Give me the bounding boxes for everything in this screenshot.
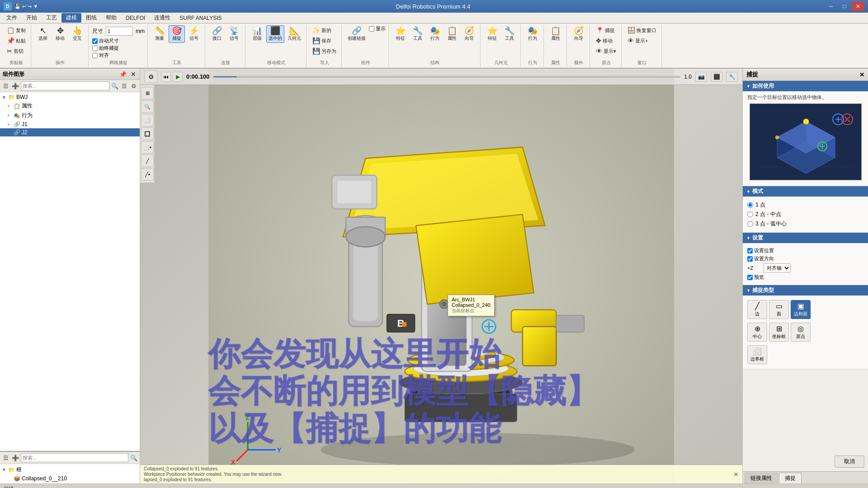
- move2-button[interactable]: ✥移动: [594, 36, 618, 46]
- restore-window-button[interactable]: 🪟恢复窗口: [625, 25, 659, 35]
- new-button[interactable]: ✨新的: [310, 25, 339, 35]
- move-button[interactable]: ✥ 移动: [52, 25, 68, 43]
- menu-delfoi[interactable]: DELFOI: [121, 14, 150, 22]
- bottom-list-icon[interactable]: ☰: [2, 454, 10, 462]
- snap-bbox-button[interactable]: ⬜ 边界框: [747, 345, 767, 364]
- timeline-bar[interactable]: [213, 76, 680, 78]
- menu-drawing[interactable]: 图纸: [81, 13, 101, 23]
- paste-button[interactable]: 📌粘贴: [5, 36, 28, 46]
- tab-link-properties[interactable]: 链接属性: [745, 473, 778, 483]
- alignment-select[interactable]: 对齐轴: [764, 263, 791, 272]
- root-expander[interactable]: ▼: [2, 467, 8, 472]
- display-checkbox[interactable]: 显示: [369, 25, 386, 32]
- wizard2-button[interactable]: 🧭 向导: [571, 25, 587, 43]
- mode-1point[interactable]: 1 点: [747, 201, 863, 209]
- behavior2-button[interactable]: 🎭 行为: [524, 25, 541, 43]
- geometry-button[interactable]: 📐 几何元: [285, 25, 303, 43]
- geo-tool-button[interactable]: 🔧 工具: [501, 25, 518, 43]
- always-snap-checkbox[interactable]: 始终捕捉: [92, 45, 145, 52]
- menu-start[interactable]: 开始: [22, 13, 42, 23]
- msg-close-button[interactable]: ✕: [733, 471, 739, 478]
- signal2-button[interactable]: 📡 信号: [226, 25, 242, 43]
- menu-modeling[interactable]: 建模: [61, 13, 81, 23]
- expander-icon-beh[interactable]: +: [7, 113, 14, 118]
- menu-surf[interactable]: SURF ANALYSIS: [175, 14, 226, 22]
- display2-button[interactable]: 👁显示▾: [594, 46, 618, 56]
- menu-file[interactable]: 文件: [2, 13, 22, 23]
- tree-item-j1[interactable]: + 🔗 J1: [0, 120, 140, 128]
- add-icon[interactable]: ➕: [11, 82, 19, 90]
- view3-btn[interactable]: ⬜▾: [141, 141, 154, 154]
- anim-play-button[interactable]: ▶: [173, 72, 183, 82]
- set-direction-cb[interactable]: 设置方向: [747, 255, 863, 262]
- snap-edge-button[interactable]: ╱ 边: [747, 300, 767, 319]
- zoom-btn[interactable]: 🔍: [141, 100, 154, 113]
- interface-button[interactable]: 🔗 接口: [209, 25, 225, 43]
- record-button[interactable]: ⬛: [711, 72, 722, 82]
- tab-snap[interactable]: 捕捉: [779, 473, 802, 483]
- mode-section-header[interactable]: 模式: [743, 186, 868, 197]
- view-list-icon[interactable]: ☰: [2, 82, 10, 90]
- measure-button[interactable]: 📏 测量: [151, 25, 168, 43]
- anim-rewind-button[interactable]: ⏮: [161, 72, 171, 82]
- bottom-add-icon[interactable]: ➕: [11, 454, 19, 462]
- create-link-button[interactable]: 🔗 创建链接: [345, 25, 368, 43]
- tree-item-bwj[interactable]: ▼ 📁 BWJ: [0, 93, 140, 101]
- tree-item-collapsed[interactable]: 📦 Collapsed_0__210: [0, 474, 140, 483]
- snap-coord-button[interactable]: ⊞ 坐标框: [769, 323, 789, 342]
- display3-button[interactable]: 👁显示+: [625, 36, 659, 46]
- tree-item-behavior[interactable]: + 🎭 行为: [0, 111, 140, 120]
- save-button[interactable]: 💾保存: [310, 36, 339, 46]
- view4-btn[interactable]: ╱: [141, 155, 154, 167]
- snap-close-button[interactable]: ✕: [859, 71, 864, 78]
- align-checkbox[interactable]: 对齐: [92, 52, 145, 59]
- bottom-search-icon[interactable]: 🔍: [130, 454, 138, 462]
- cancel-button[interactable]: 取消: [835, 455, 864, 468]
- geo-feature-button[interactable]: ⭐ 特征: [484, 25, 500, 43]
- size-input[interactable]: [106, 27, 133, 36]
- viewport[interactable]: B Y Z X ⚙ ⏮ ▶ 0:00.100 1.0 📷 ⬛ 🔧: [140, 69, 742, 483]
- menu-connectivity[interactable]: 连通性: [150, 13, 175, 23]
- signal-button[interactable]: ⚡ 信号: [186, 25, 202, 43]
- minimize-button[interactable]: ─: [825, 2, 837, 11]
- pin-icon[interactable]: 📌: [119, 70, 127, 78]
- expander-icon-j1[interactable]: +: [7, 122, 14, 127]
- settings-icon[interactable]: ⚙: [130, 82, 138, 90]
- tools-vp-button[interactable]: 🔧: [726, 72, 738, 82]
- set-position-cb[interactable]: 设置位置: [747, 247, 863, 254]
- wizard-button[interactable]: 🧭 向导: [461, 25, 477, 43]
- snap-origin-button[interactable]: ◎ 原点: [791, 323, 811, 342]
- cut-button[interactable]: ✂剪切: [5, 46, 28, 56]
- view1-btn[interactable]: ⬜: [141, 114, 154, 127]
- preview-cb[interactable]: 预览: [747, 274, 863, 281]
- attr-button[interactable]: 📋 属性: [444, 25, 460, 43]
- menu-help[interactable]: 帮助: [101, 13, 121, 23]
- view5-btn[interactable]: ╱▾: [141, 168, 154, 181]
- snap-center-button[interactable]: ⊕ 中心: [747, 323, 767, 342]
- feature-button[interactable]: ⭐ 特征: [392, 25, 409, 43]
- select-button[interactable]: ↖ 选择: [35, 25, 51, 43]
- snap-button[interactable]: 🎯 捕捉: [169, 25, 185, 43]
- maximize-button[interactable]: □: [838, 2, 851, 11]
- snap-face-button[interactable]: ▭ 面: [769, 300, 789, 319]
- camera-button[interactable]: 📷: [695, 72, 707, 82]
- mode-3point[interactable]: 3 点 - 弧中心: [747, 220, 863, 228]
- how-to-use-header[interactable]: 如何使用: [743, 81, 868, 91]
- tree-item-root[interactable]: ▼ 📁 根: [0, 465, 140, 474]
- auto-size-checkbox[interactable]: 自动尺寸: [92, 38, 145, 44]
- fit-all-button[interactable]: ⊞: [141, 87, 154, 99]
- tool-button[interactable]: 🔧 工具: [410, 25, 426, 43]
- settings-vp-button[interactable]: ⚙: [145, 70, 157, 83]
- save-as-button[interactable]: 💾另存为: [310, 46, 339, 56]
- attributes2-button[interactable]: 📋 属性: [547, 25, 564, 43]
- snap-edge-face-button[interactable]: ▣ 边和面: [791, 300, 811, 319]
- search-icon[interactable]: 🔍: [111, 82, 119, 90]
- bottom-search-input[interactable]: [21, 453, 128, 462]
- mode-2point[interactable]: 2 点 - 中点: [747, 211, 863, 218]
- tree-search-input[interactable]: [21, 81, 109, 90]
- interact-button[interactable]: 👆 交互: [69, 25, 85, 43]
- hierarchy-button[interactable]: 📊 层级: [249, 25, 265, 43]
- settings-section-header[interactable]: 设置: [743, 233, 868, 243]
- tree-item-j2[interactable]: + 🔗 J2: [0, 128, 140, 136]
- snap-type-header[interactable]: 捕捉类型: [743, 285, 868, 296]
